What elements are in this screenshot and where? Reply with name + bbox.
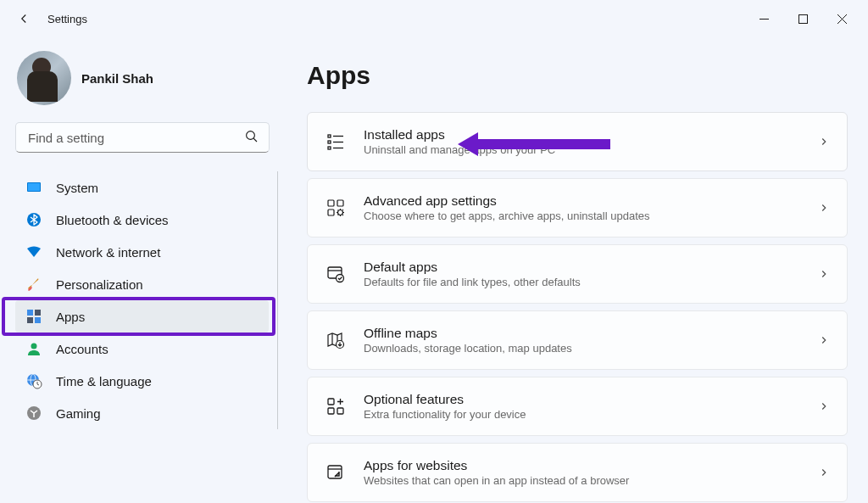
card-subtitle: Downloads, storage location, map updates <box>364 342 801 355</box>
svg-rect-10 <box>35 310 41 316</box>
chevron-right-icon <box>818 202 830 214</box>
sidebar-item-accounts[interactable]: Accounts <box>15 333 269 365</box>
sidebar-item-bluetooth[interactable]: Bluetooth & devices <box>15 204 269 236</box>
search-input[interactable] <box>15 122 270 153</box>
profile-name: Pankil Shah <box>81 71 153 86</box>
sidebar-item-system[interactable]: System <box>15 171 269 204</box>
card-subtitle: Uninstall and manage apps on your PC <box>364 143 801 156</box>
apps-icon <box>25 308 42 325</box>
apps-gear-icon <box>325 197 347 219</box>
sidebar-item-label: Gaming <box>56 406 101 421</box>
svg-rect-21 <box>328 147 331 149</box>
card-default-apps[interactable]: Default apps Defaults for file and link … <box>307 244 848 304</box>
card-title: Apps for websites <box>364 458 801 473</box>
chevron-right-icon <box>818 467 830 478</box>
card-subtitle: Choose where to get apps, archive apps, … <box>364 210 801 222</box>
brush-icon <box>25 276 42 293</box>
card-installed-apps[interactable]: Installed apps Uninstall and manage apps… <box>307 112 848 171</box>
svg-point-31 <box>337 275 344 282</box>
sidebar-item-label: System <box>56 181 98 195</box>
svg-line-5 <box>253 138 257 142</box>
card-offline-maps[interactable]: Offline maps Downloads, storage location… <box>307 310 848 370</box>
wifi-icon <box>25 243 42 260</box>
sidebar-item-label: Network & internet <box>56 245 160 260</box>
sidebar-item-personalization[interactable]: Personalization <box>15 268 269 300</box>
card-title: Advanced app settings <box>364 193 801 209</box>
bluetooth-icon <box>25 211 42 228</box>
svg-rect-19 <box>328 135 331 137</box>
window-title: Settings <box>47 13 87 25</box>
svg-point-4 <box>247 131 255 140</box>
globe-clock-icon <box>25 372 42 389</box>
card-websites[interactable]: Apps for websites Websites that can open… <box>307 443 848 502</box>
map-download-icon <box>325 329 347 351</box>
svg-rect-35 <box>337 408 343 414</box>
system-icon <box>25 179 42 196</box>
user-icon <box>25 340 42 357</box>
sidebar-item-label: Personalization <box>56 277 143 292</box>
chevron-right-icon <box>818 400 830 412</box>
sidebar-item-time[interactable]: Time & language <box>15 365 269 397</box>
avatar <box>17 51 71 105</box>
svg-rect-7 <box>28 183 40 191</box>
profile[interactable]: Pankil Shah <box>15 51 278 105</box>
minimize-icon <box>760 14 769 24</box>
svg-rect-20 <box>328 141 331 143</box>
svg-rect-25 <box>328 200 334 206</box>
svg-point-28 <box>338 210 343 215</box>
svg-rect-11 <box>27 317 33 323</box>
card-title: Optional features <box>364 392 801 407</box>
chevron-right-icon <box>818 268 830 280</box>
svg-rect-27 <box>328 210 334 215</box>
content: Apps Installed apps Uninstall and manage… <box>288 37 868 503</box>
page-title: Apps <box>307 61 848 90</box>
close-icon <box>837 14 847 24</box>
card-subtitle: Extra functionality for your device <box>364 408 801 421</box>
close-button[interactable] <box>822 5 861 32</box>
card-subtitle: Defaults for file and link types, other … <box>364 276 801 288</box>
sidebar-item-label: Bluetooth & devices <box>56 213 169 227</box>
svg-rect-9 <box>27 310 33 316</box>
search-icon[interactable] <box>244 129 259 144</box>
card-subtitle: Websites that can open in an app instead… <box>364 474 801 487</box>
svg-rect-34 <box>328 408 334 414</box>
sidebar: Pankil Shah System Bluetooth & devices N… <box>0 37 288 503</box>
chevron-right-icon <box>818 136 830 148</box>
card-advanced[interactable]: Advanced app settings Choose where to ge… <box>307 178 848 238</box>
svg-point-13 <box>31 344 37 349</box>
card-title: Default apps <box>364 260 801 275</box>
card-optional[interactable]: Optional features Extra functionality fo… <box>307 377 848 436</box>
nav-list: System Bluetooth & devices Network & int… <box>15 171 278 429</box>
minimize-button[interactable] <box>744 5 783 32</box>
sidebar-item-label: Apps <box>56 310 85 324</box>
titlebar: Settings <box>0 0 868 37</box>
sidebar-item-label: Time & language <box>56 374 152 388</box>
gaming-icon <box>25 405 42 422</box>
card-title: Offline maps <box>364 326 801 341</box>
sidebar-item-gaming[interactable]: Gaming <box>15 397 269 429</box>
maximize-button[interactable] <box>783 5 822 32</box>
svg-rect-12 <box>35 317 41 323</box>
list-icon <box>325 131 347 153</box>
back-button[interactable] <box>7 2 41 36</box>
sidebar-item-network[interactable]: Network & internet <box>15 236 269 268</box>
search-wrap <box>15 122 278 153</box>
window-controls <box>744 5 861 32</box>
svg-rect-33 <box>328 399 334 405</box>
maximize-icon <box>798 14 808 24</box>
sidebar-item-label: Accounts <box>56 342 108 356</box>
window-link-icon <box>325 461 347 483</box>
window-check-icon <box>325 263 347 285</box>
chevron-right-icon <box>818 334 830 346</box>
sidebar-item-apps[interactable]: Apps <box>15 300 269 333</box>
apps-plus-icon <box>325 395 347 417</box>
back-arrow-icon <box>16 11 31 26</box>
svg-rect-1 <box>798 14 807 23</box>
svg-rect-26 <box>337 200 343 206</box>
card-title: Installed apps <box>364 127 801 143</box>
